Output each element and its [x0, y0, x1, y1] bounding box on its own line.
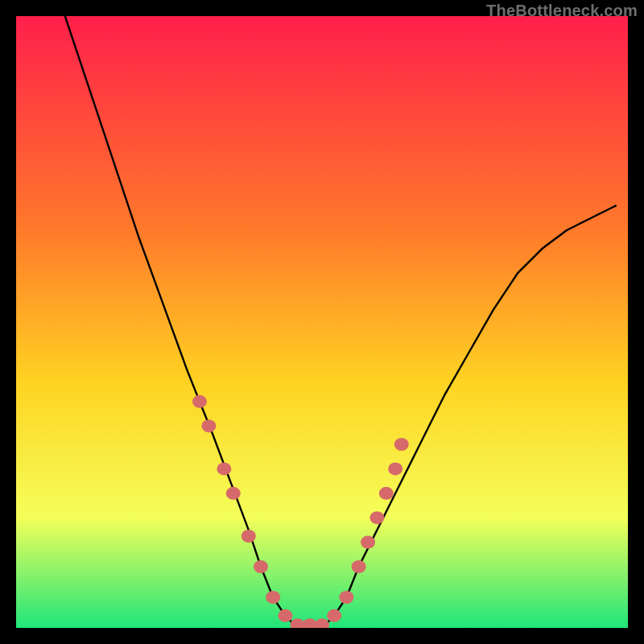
chart-frame [16, 16, 628, 628]
watermark-text: TheBottleneck.com [486, 2, 638, 20]
data-marker [192, 395, 207, 408]
data-marker [388, 462, 402, 475]
data-marker [278, 609, 292, 622]
data-marker [352, 560, 366, 573]
data-marker [226, 487, 241, 500]
data-marker [394, 438, 409, 451]
data-marker [327, 609, 341, 622]
data-marker [339, 591, 353, 604]
data-marker [379, 487, 394, 500]
gradient-background [16, 16, 628, 628]
data-marker [361, 536, 375, 549]
data-marker [242, 530, 256, 543]
data-marker [254, 560, 268, 573]
data-marker [217, 462, 231, 475]
data-marker [369, 511, 384, 524]
data-marker [266, 591, 280, 604]
data-marker [201, 419, 216, 432]
bottleneck-chart [16, 16, 628, 628]
